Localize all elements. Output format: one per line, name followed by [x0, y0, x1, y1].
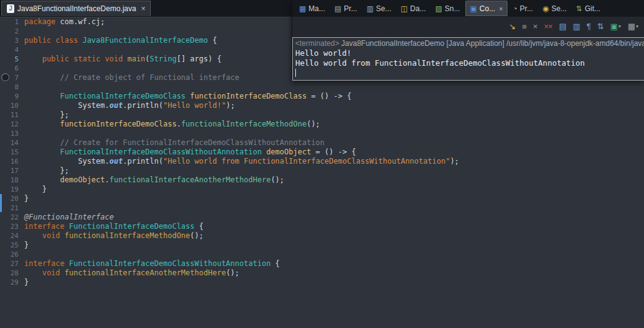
- code-line[interactable]: 25}: [0, 241, 644, 250]
- code-line[interactable]: 24 void functionalInterfaceMethodOne();: [0, 231, 644, 241]
- line-number[interactable]: 27: [0, 259, 24, 268]
- show-console-stdout-icon[interactable]: ↘: [509, 22, 515, 30]
- code-text: void functionalInterfaceMethodOne();: [24, 231, 203, 241]
- code-text: FunctionalInterfaceDemoClass functionInt…: [24, 92, 351, 101]
- line-number[interactable]: 29: [0, 278, 24, 287]
- code-text: interface FunctionalInterfaceDemoClass {: [24, 222, 203, 231]
- code-line[interactable]: 17 };: [0, 166, 644, 175]
- code-line[interactable]: 21: [0, 203, 644, 213]
- dropdown-caret-icon[interactable]: ▾: [636, 22, 638, 30]
- line-number[interactable]: 18: [0, 175, 24, 185]
- servers-icon: ▥: [367, 4, 373, 13]
- line-number[interactable]: 17: [0, 166, 24, 175]
- view-tab-label: Co...: [480, 4, 495, 13]
- code-text: // Create for FunctionalInterfaceDemoCla…: [24, 138, 324, 148]
- line-number[interactable]: 3: [0, 36, 24, 45]
- view-tab-label: Sn...: [445, 4, 460, 13]
- line-number[interactable]: 10: [0, 101, 24, 110]
- view-tab-label: Se...: [552, 4, 567, 13]
- line-number[interactable]: 19: [0, 185, 24, 194]
- code-text: public class Java8FunctionalInterfaceDem…: [24, 36, 217, 45]
- line-number[interactable]: 22: [0, 213, 24, 222]
- line-number[interactable]: 15: [0, 148, 24, 157]
- view-tab-label: Da...: [410, 4, 426, 13]
- terminate-icon[interactable]: ■: [522, 22, 526, 30]
- line-number[interactable]: 1: [0, 17, 24, 27]
- close-icon[interactable]: ×: [141, 4, 145, 13]
- markers-icon: ▦: [299, 4, 306, 13]
- console-output-line: Hello world from FunctionalInterfaceDemo…: [293, 58, 644, 68]
- code-line[interactable]: 22@FunctionalInterface: [0, 213, 644, 222]
- code-line[interactable]: 13: [0, 129, 644, 138]
- open-console-icon[interactable]: ▦▾: [628, 22, 638, 30]
- pin-console-icon[interactable]: ⇅: [597, 22, 603, 30]
- line-number[interactable]: 24: [0, 231, 24, 241]
- remove-all-terminated-icon[interactable]: ××: [544, 22, 552, 30]
- scroll-lock-icon[interactable]: ▥: [573, 22, 579, 30]
- view-tab-markers[interactable]: ▦Ma...: [295, 1, 329, 16]
- line-number[interactable]: 4: [0, 45, 24, 55]
- console-panel: ▦Ma...▤Pr...▥Se...◫Da...▧Sn...▣Co...×◔Pr…: [292, 0, 644, 81]
- view-tab-git-staging[interactable]: ⇅Git...: [572, 1, 604, 16]
- code-line[interactable]: 15 FunctionalInterfaceDemoClassWithoutAn…: [0, 148, 644, 157]
- launch-description: Java8FunctionalInterfaceDemo [Java Appli…: [339, 39, 644, 48]
- view-tab-search[interactable]: ◉Se...: [539, 1, 570, 16]
- line-number[interactable]: 13: [0, 129, 24, 138]
- code-text: interface FunctionalInterfaceDemoClassWi…: [24, 259, 280, 268]
- clear-console-icon[interactable]: ▤: [559, 22, 566, 30]
- line-number[interactable]: 8: [0, 82, 24, 92]
- view-tab-label: Pr...: [344, 4, 357, 13]
- line-number[interactable]: 16: [0, 157, 24, 166]
- code-line[interactable]: 20}: [0, 194, 644, 203]
- code-line[interactable]: 9 FunctionalInterfaceDemoClass functionI…: [0, 92, 644, 101]
- line-number[interactable]: 2: [0, 27, 24, 36]
- code-line[interactable]: 23interface FunctionalInterfaceDemoClass…: [0, 222, 644, 231]
- code-text: @FunctionalInterface: [24, 213, 114, 222]
- line-number[interactable]: 28: [0, 268, 24, 278]
- line-number[interactable]: 26: [0, 250, 24, 259]
- close-icon[interactable]: ×: [499, 5, 503, 12]
- code-line[interactable]: 18 demoObject.functionalInterfaceAnother…: [0, 175, 644, 185]
- code-line[interactable]: 27interface FunctionalInterfaceDemoClass…: [0, 259, 644, 268]
- console-tabbar: ▦Ma...▤Pr...▥Se...◫Da...▧Sn...▣Co...×◔Pr…: [292, 0, 644, 17]
- code-line[interactable]: 26: [0, 250, 644, 259]
- line-number[interactable]: 9: [0, 92, 24, 101]
- view-tab-progress[interactable]: ◔Pr...: [509, 1, 537, 16]
- code-line[interactable]: 19 }: [0, 185, 644, 194]
- editor-tab-title: Java8FunctionalInterfaceDemo.java: [17, 4, 136, 13]
- code-line[interactable]: 11 };: [0, 110, 644, 120]
- code-line[interactable]: 14 // Create for FunctionalInterfaceDemo…: [0, 138, 644, 148]
- view-tab-properties[interactable]: ▤Pr...: [331, 1, 361, 16]
- view-tab-snippets[interactable]: ▧Sn...: [431, 1, 463, 16]
- code-line[interactable]: 12 functionInterfaceDemoClass.functional…: [0, 120, 644, 129]
- code-line[interactable]: 29}: [0, 278, 644, 287]
- line-number[interactable]: 20: [0, 194, 24, 203]
- view-tab-servers[interactable]: ▥Se...: [363, 1, 395, 16]
- view-tab-console[interactable]: ▣Co...×: [465, 1, 507, 16]
- code-text: public static void main(String[] args) {: [24, 55, 221, 64]
- line-number[interactable]: 5: [0, 55, 24, 64]
- dropdown-caret-icon[interactable]: ▾: [619, 22, 621, 30]
- line-number[interactable]: 14: [0, 138, 24, 148]
- code-line[interactable]: 16 System.out.println("Hello world from …: [0, 157, 644, 166]
- line-number[interactable]: 25: [0, 241, 24, 250]
- launch-marker-icon[interactable]: [1, 73, 9, 81]
- display-selected-console-icon[interactable]: ▣▾: [610, 22, 620, 30]
- code-text: }: [24, 194, 29, 203]
- code-line[interactable]: 8: [0, 82, 644, 92]
- view-tab-label: Se...: [376, 4, 391, 13]
- word-wrap-icon[interactable]: ¶: [586, 22, 590, 30]
- code-line[interactable]: 28 void functionalInterfaceAnotherMethod…: [0, 268, 644, 278]
- console-cursor: [295, 69, 296, 77]
- code-line[interactable]: 10 System.out.println("Hello world!");: [0, 101, 644, 110]
- remove-launch-icon[interactable]: ×: [533, 22, 537, 30]
- line-number[interactable]: 23: [0, 222, 24, 231]
- line-number[interactable]: 6: [0, 64, 24, 73]
- view-tab-data-source-explorer[interactable]: ◫Da...: [397, 1, 430, 16]
- line-number[interactable]: 11: [0, 110, 24, 120]
- search-icon: ◉: [542, 4, 548, 13]
- line-number[interactable]: 21: [0, 203, 24, 213]
- console-content[interactable]: <terminated> Java8FunctionalInterfaceDem…: [292, 37, 644, 81]
- editor-tab-java8functionalinterfacedemo[interactable]: J Java8FunctionalInterfaceDemo.java ×: [1, 1, 151, 16]
- line-number[interactable]: 12: [0, 120, 24, 129]
